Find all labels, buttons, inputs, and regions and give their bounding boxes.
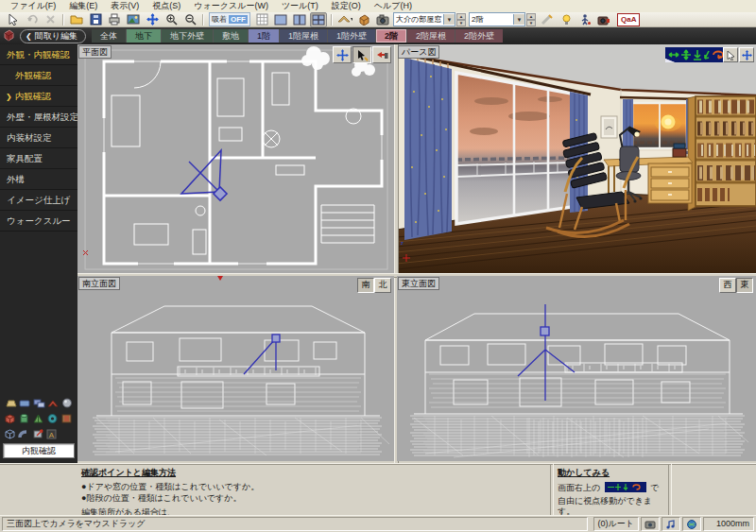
roof-display-menu-icon[interactable] xyxy=(336,12,353,27)
fit-view-button[interactable] xyxy=(739,47,754,62)
menu-view[interactable]: 表示(V) xyxy=(104,0,146,12)
tab-2f-roof[interactable]: 2階屋根 xyxy=(407,29,455,43)
text-letter-icon[interactable]: A xyxy=(45,426,60,440)
textured-box-icon[interactable] xyxy=(60,411,74,425)
menu-edit[interactable]: 編集(E) xyxy=(62,0,104,12)
sidebar-item-exterior-interior-check[interactable]: 外観・内観確認 xyxy=(0,44,77,65)
sidebar-item-wall-roof-material[interactable]: 外壁・屋根材設定 xyxy=(0,107,77,128)
sidebar-item-exterior-structure[interactable]: 外構 xyxy=(0,169,77,190)
plan-drawing[interactable] xyxy=(77,44,394,273)
south-button[interactable]: 南 xyxy=(357,278,374,293)
south-elevation-viewport[interactable]: 南立面図 南 北 xyxy=(77,276,394,461)
sidebar-item-exterior-check[interactable]: 外観確認 xyxy=(0,65,77,86)
sidebar-item-image-finish[interactable]: イメージ仕上げ xyxy=(0,190,77,211)
menu-settings[interactable]: 設定(O) xyxy=(325,0,368,12)
perspective-render[interactable]: z xyxy=(397,44,756,273)
select-pointer-button[interactable] xyxy=(723,47,738,62)
sidebar-item-walkthrough[interactable]: ウォークスルー xyxy=(0,211,77,232)
east-elevation-viewport[interactable]: 東立面図 西 東 xyxy=(397,276,756,461)
select-edit-tool-button[interactable] xyxy=(352,46,371,63)
cylinder-green-icon[interactable] xyxy=(17,411,31,425)
south-elevation-label: 南立面図 xyxy=(78,277,120,290)
tab-2f[interactable]: 2階 xyxy=(376,29,407,43)
open-folder-icon[interactable] xyxy=(68,12,85,27)
box-solid-icon[interactable] xyxy=(17,396,31,410)
south-direction-buttons: 南 北 xyxy=(357,278,391,293)
save-icon[interactable] xyxy=(87,12,104,27)
tab-1f-roof[interactable]: 1階屋根 xyxy=(280,29,328,43)
tab-1f[interactable]: 1階 xyxy=(249,29,280,43)
ruler-pencil-icon[interactable] xyxy=(539,12,556,27)
view-name-spinner[interactable]: ▲▼ xyxy=(456,13,466,26)
3d-box-icon[interactable] xyxy=(355,12,372,27)
walkthrough-person-icon[interactable] xyxy=(576,12,593,27)
zoom-out-icon[interactable] xyxy=(181,12,198,27)
delete-icon[interactable] xyxy=(42,12,59,27)
east-button[interactable]: 東 xyxy=(736,278,753,293)
sphere-icon[interactable] xyxy=(60,396,74,410)
menu-help[interactable]: ヘルプ(H) xyxy=(368,0,419,12)
selected-arrow-icon: ❯ xyxy=(6,93,12,101)
cube-wireframe-icon[interactable] xyxy=(3,426,17,440)
tab-basement-wall[interactable]: 地下外壁 xyxy=(162,29,214,43)
app-window: ファイル(F) 編集(E) 表示(V) 視点(S) ウォークスルー(W) ツール… xyxy=(0,0,756,532)
sidebar-item-interior-material[interactable]: 内装材設定 xyxy=(0,128,77,148)
menu-tools[interactable]: ツール(T) xyxy=(275,0,325,12)
snap-toggle-button[interactable]: 吸着 OFF xyxy=(209,12,250,26)
viewpoint-nav-widget[interactable] xyxy=(665,47,728,62)
sidebar-item-interior-check[interactable]: ❯内観確認 xyxy=(0,86,77,107)
floor-plan-edit-back-button[interactable]: ❮ 間取り編集 xyxy=(20,29,86,43)
fit-view-icon[interactable] xyxy=(144,12,161,27)
floor-select[interactable]: 2階 ▼ xyxy=(469,12,525,26)
tab-2f-wall[interactable]: 2階外壁 xyxy=(455,29,503,43)
svg-text:A: A xyxy=(49,430,55,438)
trapezoid-solid-icon[interactable] xyxy=(3,396,17,410)
qa-help-button[interactable]: QaA xyxy=(617,13,640,26)
zoom-in-icon[interactable] xyxy=(163,12,180,27)
view-name-select[interactable]: 大介の部屋窓 ▼ xyxy=(393,12,455,26)
tab-1f-wall[interactable]: 1階外壁 xyxy=(328,29,376,43)
dropdown-arrow-icon[interactable]: ▼ xyxy=(443,14,455,25)
plan-viewport[interactable]: 平面図 xyxy=(77,44,394,273)
torus-teal-icon[interactable] xyxy=(45,411,60,425)
four-pane-layout-icon[interactable] xyxy=(310,12,327,27)
cube-red-icon[interactable] xyxy=(3,411,17,425)
floor-select-value: 2階 xyxy=(470,14,513,25)
select-tool-icon[interactable] xyxy=(4,12,21,27)
camera-position-icon[interactable] xyxy=(595,12,612,27)
east-elevation-drawing[interactable] xyxy=(397,276,756,461)
camera-drag-tool-button[interactable] xyxy=(372,46,391,63)
print-icon[interactable] xyxy=(106,12,123,27)
sound-status-icon[interactable] xyxy=(662,517,680,531)
tab-site[interactable]: 敷地 xyxy=(214,29,249,43)
globe-status-icon[interactable] xyxy=(682,517,701,531)
boxes-overlap-icon[interactable] xyxy=(31,396,45,410)
light-icon[interactable] xyxy=(558,12,575,27)
tab-whole[interactable]: 全体 xyxy=(92,29,127,43)
prism-green-icon[interactable] xyxy=(31,411,45,425)
roof-chevron-icon[interactable] xyxy=(45,396,60,410)
image-export-icon[interactable] xyxy=(125,12,142,27)
perspective-viewport[interactable]: z パース図 xyxy=(397,44,756,273)
two-pane-layout-icon[interactable] xyxy=(291,12,308,27)
capture-camera-icon[interactable] xyxy=(374,12,391,27)
menu-viewpoint[interactable]: 視点(S) xyxy=(146,0,187,12)
one-pane-layout-icon[interactable] xyxy=(272,12,289,27)
south-elevation-drawing[interactable] xyxy=(77,276,394,461)
box-arrow-icon[interactable] xyxy=(31,426,45,440)
help-bullet-1: ●ドアや窓の位置・種類はこれでいいですか。 xyxy=(81,482,525,492)
menu-walkthrough[interactable]: ウォークスルー(W) xyxy=(187,0,275,12)
camera-status-icon[interactable] xyxy=(641,517,660,531)
pipe-elbow-icon[interactable] xyxy=(17,426,31,440)
grid-icon[interactable] xyxy=(253,12,270,27)
undo-icon[interactable] xyxy=(23,12,40,27)
menu-bar: ファイル(F) 編集(E) 表示(V) 視点(S) ウォークスルー(W) ツール… xyxy=(0,0,756,12)
dropdown-arrow-icon[interactable]: ▼ xyxy=(513,14,524,25)
floor-spinner[interactable]: ▲▼ xyxy=(526,13,536,26)
menu-file[interactable]: ファイル(F) xyxy=(4,0,62,12)
north-button[interactable]: 北 xyxy=(374,278,391,293)
sidebar-item-furniture[interactable]: 家具配置 xyxy=(0,148,77,169)
pan-tool-button[interactable] xyxy=(333,46,352,63)
west-button[interactable]: 西 xyxy=(719,278,736,293)
tab-basement[interactable]: 地下 xyxy=(127,29,162,43)
